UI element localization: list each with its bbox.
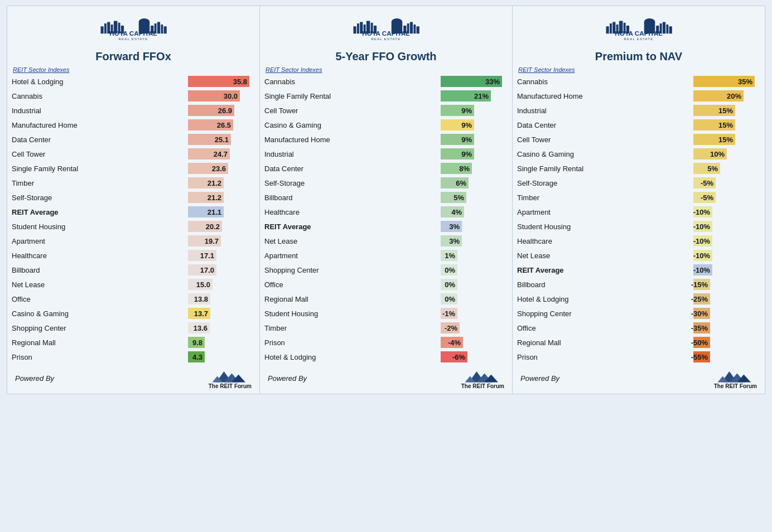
row-value: 21%: [474, 92, 489, 100]
table-row: Net Lease15.0: [11, 277, 256, 292]
row-bar-area: 9%: [441, 133, 508, 146]
sector-label: REIT Sector Indexes: [516, 65, 761, 74]
row-value: 21.2: [208, 179, 221, 187]
row-bar-area: 19.7: [188, 234, 255, 248]
row-bar-area: 8%: [441, 162, 508, 175]
row-bar: -10%: [693, 250, 712, 261]
table-row: Cell Tower24.7: [11, 147, 256, 161]
table-row: Manufactured Home9%: [263, 132, 509, 147]
row-value: 4%: [451, 208, 462, 216]
row-bar-area: 13.8: [188, 292, 255, 306]
reit-forum-logo: The REIT Forum: [461, 367, 504, 389]
row-bar-area: 21.1: [188, 205, 255, 219]
row-bar: 24.7: [188, 148, 230, 159]
row-bar: 6%: [441, 177, 469, 188]
table-row: Industrial15%: [516, 103, 761, 118]
row-sector-name: Student Housing: [264, 309, 441, 318]
row-value: 0%: [445, 295, 455, 303]
row-sector-name: Casino & Gaming: [517, 150, 693, 158]
row-bar: -15%: [693, 279, 710, 290]
row-sector-name: Timber: [264, 324, 441, 332]
row-sector-name: Hotel & Lodging: [12, 78, 188, 86]
row-bar-area: -50%: [693, 336, 760, 349]
row-bar: 0%: [441, 264, 457, 275]
row-value: 9%: [461, 136, 472, 144]
row-bar-area: 33%: [441, 75, 508, 88]
row-bar: 20%: [693, 90, 744, 101]
table-row: Hotel & Lodging-6%: [263, 350, 509, 364]
row-bar-area: -10%: [693, 249, 760, 262]
svg-rect-31: [410, 22, 413, 33]
svg-rect-53: [669, 26, 672, 33]
row-bar-area: 5%: [441, 191, 508, 204]
row-bar: 23.6: [188, 163, 228, 174]
table-row: Healthcare-10%: [516, 234, 761, 248]
svg-text:REAL ESTATE: REAL ESTATE: [371, 37, 401, 41]
svg-rect-11: [157, 22, 160, 33]
row-bar-area: 9.8: [188, 336, 255, 349]
row-bar-area: 30.0: [188, 89, 255, 103]
row-value: 19.7: [205, 237, 219, 245]
row-sector-name: Prison: [264, 338, 441, 347]
row-bar: 0%: [441, 293, 457, 304]
row-sector-name: Regional Mall: [517, 338, 693, 347]
table-area: REIT Sector IndexesCannabis33%Single Fam…: [260, 65, 512, 364]
powered-by-text: Powered By: [15, 374, 54, 383]
row-value: 10%: [710, 150, 725, 158]
row-sector-name: Self-Storage: [517, 179, 693, 187]
row-sector-name: Industrial: [12, 107, 188, 115]
sector-label: REIT Sector Indexes: [263, 65, 509, 74]
row-sector-name: REIT Average: [12, 208, 188, 216]
table-row: Prison4.3: [11, 350, 256, 364]
row-bar-area: 21.2: [188, 191, 255, 204]
row-bar: 3%: [441, 221, 462, 232]
panel-forward-ffox: HOYA CAPITAL REAL ESTATE Forward FFOxREI…: [7, 6, 260, 394]
svg-text:HOYA CAPITAL: HOYA CAPITAL: [362, 30, 409, 37]
row-value: 20%: [727, 92, 741, 100]
row-value: 35.8: [233, 78, 247, 86]
row-bar-area: -4%: [441, 336, 508, 349]
row-value: 15%: [718, 136, 733, 144]
row-sector-name: Prison: [12, 353, 188, 361]
table-row: Timber-5%: [516, 190, 761, 205]
row-value: -55%: [691, 353, 708, 361]
row-bar-area: -25%: [693, 292, 760, 306]
row-value: -1%: [442, 309, 455, 318]
row-sector-name: Self-Storage: [264, 179, 441, 187]
row-bar-area: -5%: [693, 191, 760, 204]
row-bar: 17.1: [188, 250, 216, 261]
row-value: 1%: [445, 252, 455, 260]
row-bar: 8%: [441, 163, 472, 174]
svg-text:REAL ESTATE: REAL ESTATE: [624, 37, 654, 41]
reit-forum-text: The REIT Forum: [714, 383, 757, 389]
row-bar-area: 13.6: [188, 321, 255, 335]
row-bar: 9%: [441, 148, 474, 159]
panel-footer: Powered By The REIT Forum: [260, 364, 512, 394]
table-row: Timber21.2: [11, 176, 256, 190]
row-bar: -35%: [693, 322, 710, 333]
table-area: REIT Sector IndexesHotel & Lodging35.8Ca…: [7, 65, 259, 364]
panel-title: Forward FFOx: [7, 47, 259, 65]
row-bar: -6%: [441, 351, 467, 362]
table-row: Net Lease3%: [263, 234, 509, 248]
row-value: -50%: [691, 338, 708, 347]
row-value: 6%: [456, 179, 466, 187]
row-bar-area: 0%: [441, 278, 508, 291]
row-bar: -2%: [441, 322, 460, 333]
panels-container: HOYA CAPITAL REAL ESTATE Forward FFOxREI…: [7, 6, 765, 394]
row-bar: -25%: [693, 293, 710, 304]
reit-forum-text: The REIT Forum: [209, 383, 252, 389]
row-value: -5%: [701, 194, 713, 202]
row-value: -10%: [693, 223, 710, 231]
row-bar: 15%: [693, 134, 735, 145]
row-sector-name: Shopping Center: [517, 309, 693, 318]
row-bar: 9.8: [188, 337, 205, 348]
row-sector-name: Net Lease: [517, 252, 693, 260]
row-bar-area: 21%: [441, 89, 508, 103]
table-row: Billboard17.0: [11, 263, 256, 277]
logo-area: HOYA CAPITAL REAL ESTATE: [260, 6, 512, 47]
row-sector-name: Billboard: [12, 266, 188, 274]
panel-title: 5-Year FFO Growth: [260, 47, 512, 65]
row-sector-name: Industrial: [264, 150, 441, 158]
table-row: Data Center8%: [263, 161, 509, 176]
